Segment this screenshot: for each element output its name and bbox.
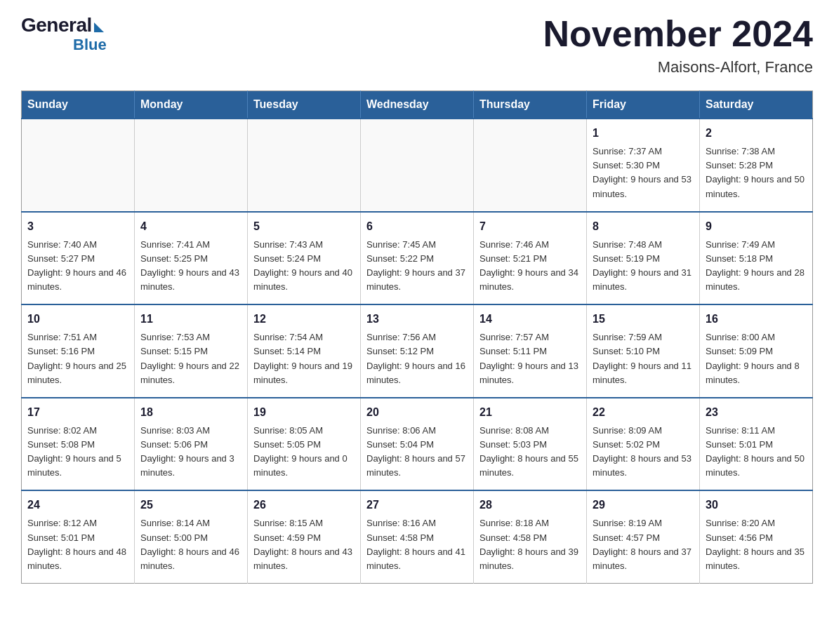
day-info: Sunrise: 8:12 AMSunset: 5:01 PMDaylight:… <box>27 516 128 573</box>
day-number: 28 <box>479 497 581 514</box>
calendar-week-1: 1Sunrise: 7:37 AMSunset: 5:30 PMDaylight… <box>22 119 813 212</box>
day-number: 17 <box>27 404 128 421</box>
calendar-day-cell: 18Sunrise: 8:03 AMSunset: 5:06 PMDayligh… <box>135 398 248 491</box>
weekday-header-sunday: Sunday <box>22 91 135 119</box>
day-number: 20 <box>366 404 468 421</box>
day-number: 6 <box>366 218 468 235</box>
calendar-day-cell: 9Sunrise: 7:49 AMSunset: 5:18 PMDaylight… <box>700 212 813 305</box>
day-info: Sunrise: 7:37 AMSunset: 5:30 PMDaylight:… <box>593 145 694 201</box>
weekday-header-thursday: Thursday <box>474 91 587 119</box>
day-info: Sunrise: 7:49 AMSunset: 5:18 PMDaylight:… <box>706 238 807 295</box>
day-number: 10 <box>27 311 128 328</box>
day-info: Sunrise: 8:03 AMSunset: 5:06 PMDaylight:… <box>140 424 241 481</box>
day-info: Sunrise: 7:40 AMSunset: 5:27 PMDaylight:… <box>27 238 128 295</box>
month-year-title: November 2024 <box>543 14 813 54</box>
calendar-day-cell: 10Sunrise: 7:51 AMSunset: 5:16 PMDayligh… <box>22 304 135 398</box>
day-number: 7 <box>479 218 581 235</box>
calendar-day-cell: 20Sunrise: 8:06 AMSunset: 5:04 PMDayligh… <box>361 398 474 491</box>
day-info: Sunrise: 7:43 AMSunset: 5:24 PMDaylight:… <box>253 238 355 295</box>
calendar-day-cell: 21Sunrise: 8:08 AMSunset: 5:03 PMDayligh… <box>474 398 587 491</box>
day-number: 30 <box>706 497 807 514</box>
weekday-header-wednesday: Wednesday <box>361 91 474 119</box>
day-info: Sunrise: 7:38 AMSunset: 5:28 PMDaylight:… <box>706 145 807 201</box>
day-number: 21 <box>479 404 581 421</box>
day-info: Sunrise: 7:54 AMSunset: 5:14 PMDaylight:… <box>253 330 355 387</box>
day-info: Sunrise: 7:45 AMSunset: 5:22 PMDaylight:… <box>366 238 468 295</box>
day-info: Sunrise: 8:20 AMSunset: 4:56 PMDaylight:… <box>706 516 807 573</box>
logo-general-text: General <box>21 14 92 36</box>
day-number: 1 <box>593 125 694 142</box>
day-number: 13 <box>366 311 468 328</box>
day-number: 5 <box>253 218 355 235</box>
calendar-day-cell: 2Sunrise: 7:38 AMSunset: 5:28 PMDaylight… <box>700 119 813 212</box>
calendar-day-cell: 5Sunrise: 7:43 AMSunset: 5:24 PMDaylight… <box>248 212 361 305</box>
day-info: Sunrise: 8:05 AMSunset: 5:05 PMDaylight:… <box>253 424 355 481</box>
calendar-day-cell <box>135 119 248 212</box>
calendar-day-cell <box>248 119 361 212</box>
day-number: 24 <box>27 497 128 514</box>
day-number: 4 <box>140 218 241 235</box>
calendar-week-2: 3Sunrise: 7:40 AMSunset: 5:27 PMDaylight… <box>22 212 813 305</box>
day-info: Sunrise: 7:46 AMSunset: 5:21 PMDaylight:… <box>479 238 581 295</box>
calendar-day-cell: 15Sunrise: 7:59 AMSunset: 5:10 PMDayligh… <box>587 304 700 398</box>
location-subtitle: Maisons-Alfort, France <box>543 58 813 76</box>
day-number: 12 <box>253 311 355 328</box>
calendar-day-cell: 30Sunrise: 8:20 AMSunset: 4:56 PMDayligh… <box>700 490 813 583</box>
calendar-day-cell: 4Sunrise: 7:41 AMSunset: 5:25 PMDaylight… <box>135 212 248 305</box>
weekday-header-friday: Friday <box>587 91 700 119</box>
day-number: 3 <box>27 218 128 235</box>
weekday-header-row: SundayMondayTuesdayWednesdayThursdayFrid… <box>22 91 813 119</box>
day-number: 15 <box>593 311 694 328</box>
calendar-day-cell: 8Sunrise: 7:48 AMSunset: 5:19 PMDaylight… <box>587 212 700 305</box>
calendar-day-cell: 12Sunrise: 7:54 AMSunset: 5:14 PMDayligh… <box>248 304 361 398</box>
day-info: Sunrise: 8:16 AMSunset: 4:58 PMDaylight:… <box>366 516 468 573</box>
logo: General Gene Blue <box>21 14 107 58</box>
logo-arrow-icon <box>94 22 104 32</box>
calendar-day-cell: 1Sunrise: 7:37 AMSunset: 5:30 PMDaylight… <box>587 119 700 212</box>
day-number: 2 <box>706 125 807 142</box>
day-number: 8 <box>593 218 694 235</box>
day-number: 19 <box>253 404 355 421</box>
calendar-day-cell: 16Sunrise: 8:00 AMSunset: 5:09 PMDayligh… <box>700 304 813 398</box>
day-info: Sunrise: 7:57 AMSunset: 5:11 PMDaylight:… <box>479 330 581 387</box>
calendar-day-cell: 13Sunrise: 7:56 AMSunset: 5:12 PMDayligh… <box>361 304 474 398</box>
day-number: 9 <box>706 218 807 235</box>
day-number: 16 <box>706 311 807 328</box>
calendar-week-4: 17Sunrise: 8:02 AMSunset: 5:08 PMDayligh… <box>22 398 813 491</box>
day-info: Sunrise: 7:48 AMSunset: 5:19 PMDaylight:… <box>593 238 694 295</box>
day-number: 26 <box>253 497 355 514</box>
calendar-day-cell: 28Sunrise: 8:18 AMSunset: 4:58 PMDayligh… <box>474 490 587 583</box>
day-number: 25 <box>140 497 241 514</box>
calendar-week-3: 10Sunrise: 7:51 AMSunset: 5:16 PMDayligh… <box>22 304 813 398</box>
day-info: Sunrise: 8:19 AMSunset: 4:57 PMDaylight:… <box>593 516 694 573</box>
day-info: Sunrise: 8:14 AMSunset: 5:00 PMDaylight:… <box>140 516 241 573</box>
day-info: Sunrise: 7:59 AMSunset: 5:10 PMDaylight:… <box>593 330 694 387</box>
day-number: 22 <box>593 404 694 421</box>
calendar-day-cell: 17Sunrise: 8:02 AMSunset: 5:08 PMDayligh… <box>22 398 135 491</box>
weekday-header-monday: Monday <box>135 91 248 119</box>
calendar-day-cell <box>361 119 474 212</box>
day-info: Sunrise: 7:53 AMSunset: 5:15 PMDaylight:… <box>140 330 241 387</box>
day-info: Sunrise: 8:18 AMSunset: 4:58 PMDaylight:… <box>479 516 581 573</box>
day-info: Sunrise: 7:41 AMSunset: 5:25 PMDaylight:… <box>140 238 241 295</box>
day-info: Sunrise: 8:08 AMSunset: 5:03 PMDaylight:… <box>479 424 581 481</box>
calendar-day-cell: 14Sunrise: 7:57 AMSunset: 5:11 PMDayligh… <box>474 304 587 398</box>
weekday-header-saturday: Saturday <box>700 91 813 119</box>
calendar-day-cell: 19Sunrise: 8:05 AMSunset: 5:05 PMDayligh… <box>248 398 361 491</box>
calendar-day-cell <box>22 119 135 212</box>
day-info: Sunrise: 8:09 AMSunset: 5:02 PMDaylight:… <box>593 424 694 481</box>
day-number: 29 <box>593 497 694 514</box>
day-number: 18 <box>140 404 241 421</box>
day-info: Sunrise: 7:51 AMSunset: 5:16 PMDaylight:… <box>27 330 128 387</box>
title-area: November 2024 Maisons-Alfort, France <box>543 14 813 76</box>
calendar-day-cell: 29Sunrise: 8:19 AMSunset: 4:57 PMDayligh… <box>587 490 700 583</box>
calendar-day-cell: 11Sunrise: 7:53 AMSunset: 5:15 PMDayligh… <box>135 304 248 398</box>
day-info: Sunrise: 8:06 AMSunset: 5:04 PMDaylight:… <box>366 424 468 481</box>
day-number: 23 <box>706 404 807 421</box>
weekday-header-tuesday: Tuesday <box>248 91 361 119</box>
calendar-day-cell: 23Sunrise: 8:11 AMSunset: 5:01 PMDayligh… <box>700 398 813 491</box>
calendar-day-cell: 26Sunrise: 8:15 AMSunset: 4:59 PMDayligh… <box>248 490 361 583</box>
day-info: Sunrise: 8:11 AMSunset: 5:01 PMDaylight:… <box>706 424 807 481</box>
day-number: 14 <box>479 311 581 328</box>
day-number: 11 <box>140 311 241 328</box>
